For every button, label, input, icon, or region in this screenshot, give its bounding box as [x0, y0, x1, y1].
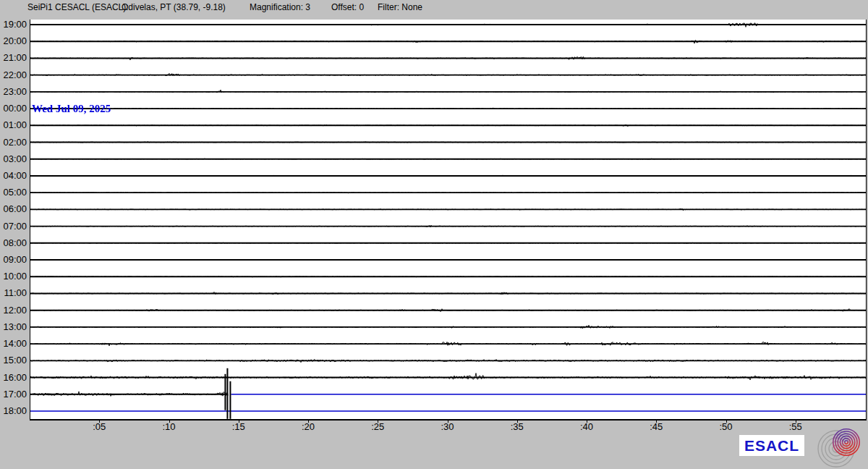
hour-label: 05:00: [0, 187, 27, 198]
trace-canvas: [30, 20, 866, 419]
hour-label: 22:00: [0, 70, 27, 80]
hour-label: 08:00: [0, 238, 27, 248]
esacl-logo-text: ESACL: [744, 437, 799, 455]
minute-label: :10: [155, 421, 184, 432]
hour-label: 16:00: [0, 373, 27, 383]
hour-label: 17:00: [0, 389, 27, 400]
minute-label: :30: [433, 421, 462, 432]
esacl-logo-box: ESACL: [739, 435, 804, 456]
seismogram-plot: [30, 20, 867, 421]
hour-label: 19:00: [0, 20, 27, 30]
offset-label: Offset: 0: [331, 2, 364, 12]
date-label: Wed Jul 09, 2025: [32, 103, 111, 115]
hour-label: 23:00: [0, 87, 27, 97]
hour-label: 04:00: [0, 171, 27, 181]
minute-label: :25: [363, 421, 392, 432]
minute-label: :45: [642, 421, 671, 432]
minute-label: :15: [224, 421, 253, 432]
hour-label: 21:00: [0, 53, 27, 63]
hour-label: 10:00: [0, 271, 27, 282]
hour-label: 00:00: [0, 103, 27, 114]
magnification-label: Magnification: 3: [250, 2, 310, 12]
minute-label: :50: [712, 421, 741, 432]
hour-label: 18:00: [0, 406, 27, 416]
minute-label: :20: [294, 421, 323, 432]
minute-label: :55: [781, 421, 810, 432]
hour-label: 02:00: [0, 138, 27, 148]
hour-label: 01:00: [0, 120, 27, 130]
helicorder-viewer: SeiPi1 CESACL (ESACL): Odivelas, PT (38.…: [0, 0, 868, 469]
spiral-seismogram-logo-icon: [814, 428, 867, 468]
hour-label: 09:00: [0, 255, 27, 265]
hour-label: 12:00: [0, 305, 27, 316]
hour-label: 13:00: [0, 322, 27, 332]
minute-label: :35: [503, 421, 532, 432]
hour-label: 15:00: [0, 355, 27, 366]
station-label: SeiPi1 CESACL (ESACL):: [27, 2, 129, 12]
hour-label: 20:00: [0, 36, 27, 46]
hour-label: 06:00: [0, 204, 27, 214]
hour-label: 14:00: [0, 339, 27, 349]
hour-label: 03:00: [0, 154, 27, 164]
filter-label: Filter: None: [378, 2, 422, 12]
minute-label: :05: [85, 421, 114, 432]
minute-label: :40: [572, 421, 601, 432]
location-label: Odivelas, PT (38.79, -9.18): [122, 2, 226, 12]
hour-label: 07:00: [0, 221, 27, 232]
hour-label: 11:00: [0, 288, 27, 298]
